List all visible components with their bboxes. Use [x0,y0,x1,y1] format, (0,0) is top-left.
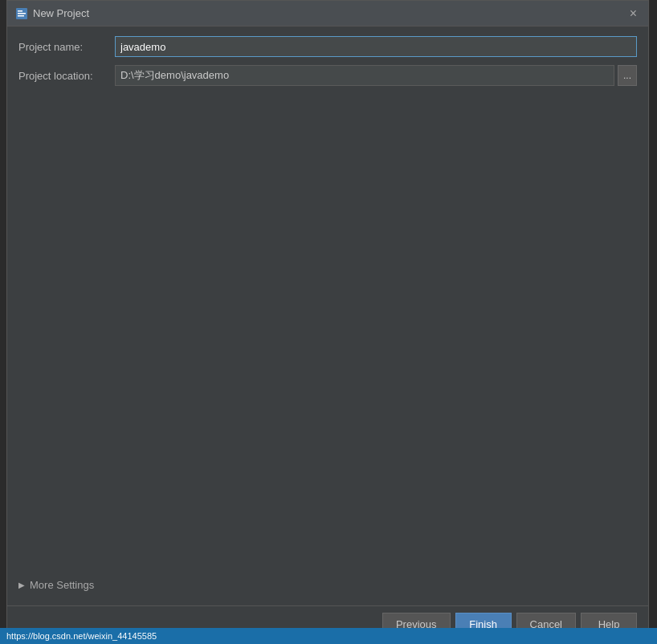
dialog-body: Project name: Project location: ... ▶ Mo… [7,26,648,605]
close-button[interactable]: × [626,6,640,22]
title-bar-left: New Project [15,7,89,20]
project-name-label: Project name: [18,41,115,53]
status-text: https://blog.csdn.net/weixin_44145585 [6,631,157,641]
more-settings-label: More Settings [30,579,94,591]
content-area [18,94,637,574]
svg-rect-3 [18,15,24,17]
location-input-group: ... [115,65,637,86]
project-icon [15,7,28,20]
status-bar: https://blog.csdn.net/weixin_44145585 [0,628,657,644]
more-settings-arrow-icon: ▶ [18,581,25,589]
new-project-dialog: New Project × Project name: Project loca… [6,0,649,642]
svg-rect-2 [18,13,26,14]
browse-button[interactable]: ... [618,65,637,86]
dialog-title-bar: New Project × [7,1,648,26]
project-location-label: Project location: [18,70,115,82]
more-settings-row[interactable]: ▶ More Settings [18,574,637,596]
project-location-input[interactable] [115,65,614,86]
project-name-input[interactable] [115,36,637,57]
dialog-title: New Project [33,7,89,19]
svg-rect-1 [18,10,22,12]
project-location-row: Project location: ... [18,65,637,86]
project-name-row: Project name: [18,36,637,57]
